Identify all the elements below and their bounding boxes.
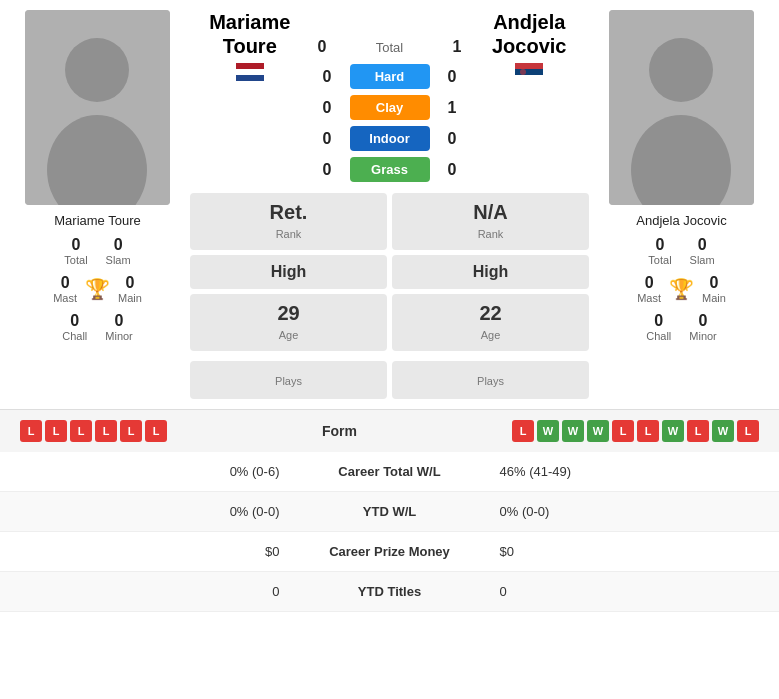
left-name-header: MariameToure — [190, 10, 310, 58]
right-total-stat: 0 Total — [648, 236, 671, 266]
right-player-area: Andjela Jocovic 0 Total 0 Slam 0 Mast 🏆 — [594, 10, 769, 399]
form-section: LLLLLL Form LWWWLLWLWL — [0, 409, 779, 452]
right-trophy-icon: 🏆 — [669, 277, 694, 301]
right-player-name: Andjela Jocovic — [636, 213, 726, 228]
left-form-badges: LLLLLL — [20, 420, 167, 442]
svg-rect-6 — [515, 63, 543, 69]
right-form-badge-l: L — [612, 420, 634, 442]
right-name-header: AndjelaJocovic — [470, 10, 590, 58]
right-high-box: High — [392, 255, 589, 289]
clay-badge: Clay — [350, 95, 430, 120]
left-rank-value: Ret. — [270, 201, 308, 223]
right-form-badge-w: W — [712, 420, 734, 442]
left-indoor-score: 0 — [315, 130, 340, 148]
right-plays-box: Plays — [392, 361, 589, 399]
svg-rect-3 — [236, 63, 264, 69]
stats-center-1: YTD W/L — [300, 504, 480, 519]
left-form-badge-l: L — [95, 420, 117, 442]
left-age-box: 29 Age — [190, 294, 387, 351]
left-high-box: High — [190, 255, 387, 289]
right-flag — [515, 63, 543, 81]
left-plays-label: Plays — [275, 375, 302, 387]
stats-center-3: YTD Titles — [300, 584, 480, 599]
stats-right-3: 0 — [480, 584, 760, 599]
right-slam-stat: 0 Slam — [690, 236, 715, 266]
svg-point-1 — [65, 38, 129, 102]
stats-left-0: 0% (0-6) — [20, 464, 300, 479]
right-form-badge-w: W — [562, 420, 584, 442]
form-label: Form — [322, 423, 357, 439]
left-rank-box: Ret. Rank — [190, 193, 387, 250]
stats-row: $0 Career Prize Money $0 — [0, 532, 779, 572]
right-mast-stat: 0 Mast — [637, 274, 661, 304]
left-plays-box: Plays — [190, 361, 387, 399]
left-flag — [236, 63, 264, 81]
svg-point-9 — [520, 69, 526, 75]
svg-rect-4 — [236, 69, 264, 75]
right-high-value: High — [404, 263, 577, 281]
top-section: Mariame Toure 0 Total 0 Slam 0 Mast 🏆 — [0, 0, 779, 409]
total-label: Total — [350, 40, 430, 55]
right-clay-score: 1 — [440, 99, 465, 117]
left-age-value: 29 — [277, 302, 299, 324]
right-rank-value: N/A — [473, 201, 507, 223]
left-form-badge-l: L — [120, 420, 142, 442]
right-main-stat: 0 Main — [702, 274, 726, 304]
stats-right-0: 46% (41-49) — [480, 464, 760, 479]
right-age-box: 22 Age — [392, 294, 589, 351]
right-indoor-score: 0 — [440, 130, 465, 148]
right-form-badge-w: W — [587, 420, 609, 442]
right-age-value: 22 — [479, 302, 501, 324]
left-total-stat: 0 Total — [64, 236, 87, 266]
right-form-badges: LWWWLLWLWL — [512, 420, 759, 442]
right-form-badge-w: W — [662, 420, 684, 442]
left-minor-stat: 0 Minor — [105, 312, 133, 342]
left-trophy-icon: 🏆 — [85, 277, 110, 301]
stats-row: 0 YTD Titles 0 — [0, 572, 779, 612]
right-form-badge-l: L — [512, 420, 534, 442]
indoor-badge: Indoor — [350, 126, 430, 151]
right-grass-score: 0 — [440, 161, 465, 179]
stats-center-2: Career Prize Money — [300, 544, 480, 559]
stats-table: 0% (0-6) Career Total W/L 46% (41-49) 0%… — [0, 452, 779, 612]
hard-badge: Hard — [350, 64, 430, 89]
right-total-score: 1 — [445, 38, 470, 56]
stats-row: 0% (0-0) YTD W/L 0% (0-0) — [0, 492, 779, 532]
right-form-badge-w: W — [537, 420, 559, 442]
svg-rect-8 — [515, 75, 543, 81]
left-player-area: Mariame Toure 0 Total 0 Slam 0 Mast 🏆 — [10, 10, 185, 399]
right-form-badge-l: L — [687, 420, 709, 442]
left-form-badge-l: L — [70, 420, 92, 442]
stats-left-3: 0 — [20, 584, 300, 599]
stats-right-2: $0 — [480, 544, 760, 559]
svg-rect-7 — [515, 69, 543, 75]
left-form-badge-l: L — [145, 420, 167, 442]
left-chall-stat: 0 Chall — [62, 312, 87, 342]
stats-left-2: $0 — [20, 544, 300, 559]
main-container: Mariame Toure 0 Total 0 Slam 0 Mast 🏆 — [0, 0, 779, 612]
left-high-value: High — [202, 263, 375, 281]
right-form-badge-l: L — [637, 420, 659, 442]
right-form-badge-l: L — [737, 420, 759, 442]
left-mast-stat: 0 Mast — [53, 274, 77, 304]
left-grass-score: 0 — [315, 161, 340, 179]
left-form-badge-l: L — [20, 420, 42, 442]
left-slam-stat: 0 Slam — [106, 236, 131, 266]
stats-left-1: 0% (0-0) — [20, 504, 300, 519]
right-rank-box: N/A Rank — [392, 193, 589, 250]
left-hard-score: 0 — [315, 68, 340, 86]
right-chall-stat: 0 Chall — [646, 312, 671, 342]
left-form-badge-l: L — [45, 420, 67, 442]
right-plays-label: Plays — [477, 375, 504, 387]
right-minor-stat: 0 Minor — [689, 312, 717, 342]
stats-row: 0% (0-6) Career Total W/L 46% (41-49) — [0, 452, 779, 492]
right-player-avatar — [609, 10, 754, 205]
left-main-stat: 0 Main — [118, 274, 142, 304]
stats-right-1: 0% (0-0) — [480, 504, 760, 519]
right-hard-score: 0 — [440, 68, 465, 86]
left-total-score: 0 — [310, 38, 335, 56]
stats-center-0: Career Total W/L — [300, 464, 480, 479]
svg-point-11 — [649, 38, 713, 102]
left-clay-score: 0 — [315, 99, 340, 117]
left-player-name: Mariame Toure — [54, 213, 140, 228]
